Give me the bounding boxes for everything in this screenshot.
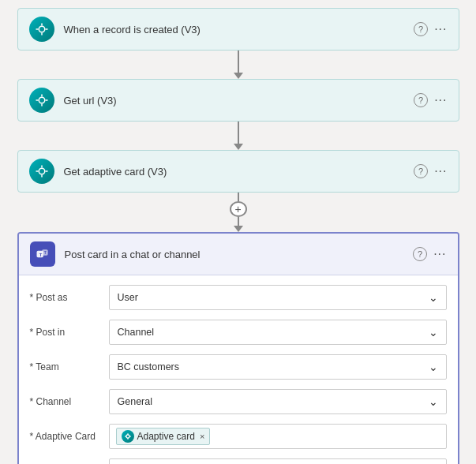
plus-arrow-head [234, 226, 243, 232]
channel-value: General [118, 396, 429, 407]
subject-row: Subject Changed customer [30, 457, 447, 464]
team-label: * Team [30, 361, 109, 372]
channel-row: * Channel General ⌄ [30, 387, 447, 416]
plus-line-top [238, 193, 239, 201]
step-get-url-more-icon[interactable]: ··· [434, 93, 447, 107]
add-step-button[interactable]: + [230, 201, 247, 217]
teams-step: T T Post card in a chat or channel ? ···… [17, 232, 459, 464]
step-trigger-more-icon[interactable]: ··· [434, 22, 447, 36]
arrow-2 [234, 122, 243, 150]
teams-step-icon: T T [30, 241, 55, 267]
adaptive-tag-close-icon[interactable]: × [200, 432, 204, 441]
flow-container: When a record is created (V3) ? ··· Get … [8, 8, 468, 464]
svg-point-10 [39, 168, 45, 174]
step-get-url-help-icon[interactable]: ? [414, 93, 428, 107]
adaptive-tag-label: Adaptive card [137, 431, 195, 442]
adaptive-tag-icon [122, 430, 134, 443]
arrow-1 [234, 51, 243, 79]
post-in-field[interactable]: Channel ⌄ [109, 320, 447, 345]
post-as-label: * Post as [30, 292, 109, 303]
post-as-row: * Post as User ⌄ [30, 283, 447, 312]
step-get-adaptive-label: Get adaptive card (V3) [64, 166, 414, 178]
step-get-url-label: Get url (V3) [64, 95, 414, 107]
svg-point-19 [126, 435, 129, 438]
adaptive-card-row: * Adaptive Card Adaptive ca [30, 422, 447, 451]
post-as-field[interactable]: User ⌄ [109, 285, 447, 310]
teams-step-help-icon[interactable]: ? [413, 247, 427, 261]
channel-label: * Channel [30, 396, 109, 407]
teams-step-more-icon[interactable]: ··· [433, 247, 446, 261]
step-get-adaptive: Get adaptive card (V3) ? ··· [17, 150, 459, 193]
arrow-line-1 [238, 51, 239, 73]
teams-step-body: * Post as User ⌄ * Post in Channel ⌄ * T… [19, 275, 458, 464]
arrow-head-2 [234, 144, 243, 150]
post-in-dropdown-icon: ⌄ [429, 326, 438, 339]
adaptive-card-tag: Adaptive card × [116, 428, 211, 445]
channel-field[interactable]: General ⌄ [109, 389, 447, 414]
channel-dropdown-icon: ⌄ [429, 395, 438, 408]
team-dropdown-icon: ⌄ [429, 361, 438, 373]
teams-step-header: T T Post card in a chat or channel ? ··· [19, 234, 458, 275]
arrow-line-2 [238, 122, 239, 144]
svg-text:T: T [43, 250, 46, 255]
step-trigger-icon [29, 17, 54, 42]
step-trigger-label: When a record is created (V3) [64, 24, 414, 36]
subject-field[interactable]: Changed customer [109, 458, 447, 464]
step-trigger-actions: ? ··· [414, 22, 447, 36]
step-get-url-actions: ? ··· [414, 93, 447, 107]
adaptive-card-field[interactable]: Adaptive card × [109, 424, 447, 449]
step-get-adaptive-more-icon[interactable]: ··· [434, 164, 447, 178]
plus-connector: + [230, 193, 247, 232]
step-get-url: Get url (V3) ? ··· [17, 79, 459, 122]
step-trigger: When a record is created (V3) ? ··· [17, 8, 459, 51]
post-in-row: * Post in Channel ⌄ [30, 318, 447, 346]
teams-step-label: Post card in a chat or channel [65, 249, 414, 260]
step-get-url-icon [29, 88, 54, 113]
post-as-value: User [118, 292, 429, 303]
step-trigger-help-icon[interactable]: ? [414, 22, 428, 36]
adaptive-card-label: * Adaptive Card [30, 431, 109, 442]
post-as-dropdown-icon: ⌄ [429, 291, 438, 304]
step-get-adaptive-icon [29, 159, 54, 184]
svg-point-5 [39, 97, 45, 103]
team-row: * Team BC customers ⌄ [30, 353, 447, 381]
step-get-adaptive-help-icon[interactable]: ? [414, 164, 428, 178]
post-in-label: * Post in [30, 327, 109, 338]
svg-point-0 [39, 26, 45, 32]
svg-text:T: T [39, 253, 42, 257]
team-field[interactable]: BC customers ⌄ [109, 354, 447, 380]
step-get-adaptive-actions: ? ··· [414, 164, 447, 178]
teams-step-actions: ? ··· [413, 247, 446, 261]
arrow-head-1 [234, 73, 243, 79]
post-in-value: Channel [118, 327, 429, 338]
plus-line-bottom [238, 217, 239, 226]
team-value: BC customers [118, 361, 429, 372]
